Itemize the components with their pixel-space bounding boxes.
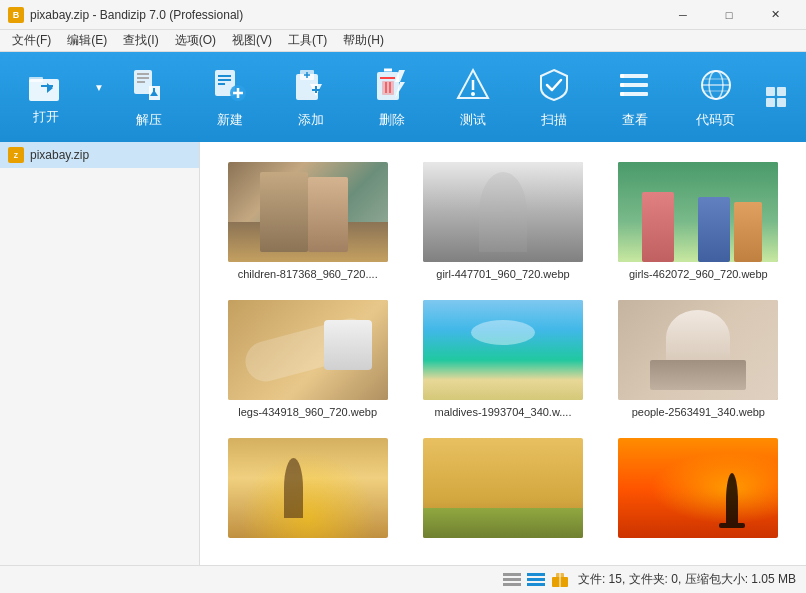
svg-point-34 xyxy=(471,92,475,96)
thumbnail xyxy=(618,438,778,538)
list-item[interactable]: girls-462072_960_720.webp xyxy=(611,162,786,280)
toolbar-codepage-button[interactable]: 代码页 xyxy=(675,57,756,137)
test-icon xyxy=(453,65,493,105)
thumbnail xyxy=(618,162,778,262)
svg-rect-58 xyxy=(527,583,532,586)
toolbar-right xyxy=(756,77,796,117)
menu-file[interactable]: 文件(F) xyxy=(4,30,59,51)
main-panel: children-817368_960_720.... girl-447701_… xyxy=(200,142,806,565)
list-item[interactable]: people-2563491_340.webp xyxy=(611,300,786,418)
menu-edit[interactable]: 编辑(E) xyxy=(59,30,115,51)
detail-view-icon[interactable] xyxy=(526,572,546,588)
toolbar-codepage-label: 代码页 xyxy=(696,111,735,129)
menu-bar: 文件(F) 编辑(E) 查找(I) 选项(O) 视图(V) 工具(T) 帮助(H… xyxy=(0,30,806,52)
title-bar-left: B pixabay.zip - Bandizip 7.0 (Profession… xyxy=(8,7,243,23)
status-bar-icons xyxy=(502,572,570,588)
toolbar-new-button[interactable]: 新建 xyxy=(190,57,271,137)
menu-tools[interactable]: 工具(T) xyxy=(280,30,335,51)
svg-rect-35 xyxy=(622,74,648,78)
status-text: 文件: 15, 文件夹: 0, 压缩包大小: 1.05 MB xyxy=(578,571,796,588)
thumbnail xyxy=(618,300,778,400)
thumbnail xyxy=(423,438,583,538)
menu-help[interactable]: 帮助(H) xyxy=(335,30,392,51)
close-button[interactable]: ✕ xyxy=(752,0,798,30)
svg-rect-46 xyxy=(766,87,775,96)
maximize-button[interactable]: □ xyxy=(706,0,752,30)
list-item[interactable] xyxy=(415,438,590,544)
thumbnail xyxy=(228,438,388,538)
svg-rect-7 xyxy=(137,81,145,83)
svg-rect-49 xyxy=(777,98,786,107)
title-bar: B pixabay.zip - Bandizip 7.0 (Profession… xyxy=(0,0,806,30)
toolbar: 打开 ▼ 解压 xyxy=(0,52,806,142)
toolbar-extract-label: 解压 xyxy=(136,111,162,129)
file-name: children-817368_960_720.... xyxy=(238,268,378,280)
svg-rect-36 xyxy=(622,83,648,87)
svg-rect-50 xyxy=(503,573,521,576)
delete-icon xyxy=(372,65,412,105)
app-icon: B xyxy=(8,7,24,23)
extract-icon xyxy=(129,65,169,105)
scan-icon xyxy=(534,65,574,105)
svg-rect-51 xyxy=(503,578,521,581)
svg-rect-48 xyxy=(766,98,775,107)
svg-rect-47 xyxy=(777,87,786,96)
zip-file-icon: Z xyxy=(8,147,24,163)
open-icon xyxy=(26,68,66,108)
thumbnail xyxy=(228,162,388,262)
svg-rect-40 xyxy=(620,92,624,96)
window-title: pixabay.zip - Bandizip 7.0 (Professional… xyxy=(30,8,243,22)
toolbar-open-button[interactable]: 打开 ▼ xyxy=(10,57,109,137)
sidebar-item-pixabay-zip[interactable]: Z pixabay.zip xyxy=(0,142,199,168)
svg-rect-38 xyxy=(620,74,624,78)
toolbar-extract-button[interactable]: 解压 xyxy=(109,57,190,137)
view-icon xyxy=(615,65,655,105)
thumbnail xyxy=(423,300,583,400)
svg-rect-5 xyxy=(137,73,149,75)
layout-grid-button[interactable] xyxy=(756,77,796,117)
list-item[interactable]: maldives-1993704_340.w.... xyxy=(415,300,590,418)
svg-rect-28 xyxy=(382,81,394,95)
menu-find[interactable]: 查找(I) xyxy=(115,30,166,51)
list-item[interactable]: children-817368_960_720.... xyxy=(220,162,395,280)
list-item[interactable]: legs-434918_960_720.webp xyxy=(220,300,395,418)
dropdown-arrow-icon[interactable]: ▼ xyxy=(89,82,109,113)
menu-options[interactable]: 选项(O) xyxy=(167,30,224,51)
svg-rect-52 xyxy=(503,583,521,586)
file-name: legs-434918_960_720.webp xyxy=(238,406,377,418)
file-name: people-2563491_340.webp xyxy=(632,406,765,418)
toolbar-add-label: 添加 xyxy=(298,111,324,129)
menu-view[interactable]: 视图(V) xyxy=(224,30,280,51)
toolbar-view-button[interactable]: 查看 xyxy=(594,57,675,137)
file-name: girls-462072_960_720.webp xyxy=(629,268,768,280)
title-controls: ─ □ ✕ xyxy=(660,0,798,30)
codepage-icon xyxy=(696,65,736,105)
toolbar-scan-label: 扫描 xyxy=(541,111,567,129)
list-item[interactable] xyxy=(611,438,786,544)
status-bar: 文件: 15, 文件夹: 0, 压缩包大小: 1.05 MB xyxy=(0,565,806,593)
minimize-button[interactable]: ─ xyxy=(660,0,706,30)
svg-rect-56 xyxy=(527,573,532,576)
toolbar-delete-button[interactable]: 删除 xyxy=(352,57,433,137)
new-icon xyxy=(210,65,250,105)
toolbar-scan-button[interactable]: 扫描 xyxy=(513,57,594,137)
toolbar-open-label: 打开 xyxy=(33,108,59,126)
toolbar-new-label: 新建 xyxy=(217,111,243,129)
thumbnail xyxy=(423,162,583,262)
list-item[interactable]: girl-447701_960_720.webp xyxy=(415,162,590,280)
svg-rect-1 xyxy=(29,77,43,82)
file-grid: children-817368_960_720.... girl-447701_… xyxy=(210,152,796,554)
toolbar-add-button[interactable]: 添加 xyxy=(271,57,352,137)
file-name: maldives-1993704_340.w.... xyxy=(435,406,572,418)
toolbar-test-button[interactable]: 测试 xyxy=(432,57,513,137)
list-item[interactable] xyxy=(220,438,395,544)
svg-rect-6 xyxy=(137,77,149,79)
list-view-icon[interactable] xyxy=(502,572,522,588)
toolbar-open-main[interactable]: 打开 xyxy=(10,68,83,126)
svg-rect-0 xyxy=(29,79,59,101)
thumbnail xyxy=(228,300,388,400)
svg-rect-37 xyxy=(622,92,648,96)
svg-rect-57 xyxy=(527,578,532,581)
package-icon[interactable] xyxy=(550,572,570,588)
content-area: Z pixabay.zip children-817368_960_720...… xyxy=(0,142,806,565)
